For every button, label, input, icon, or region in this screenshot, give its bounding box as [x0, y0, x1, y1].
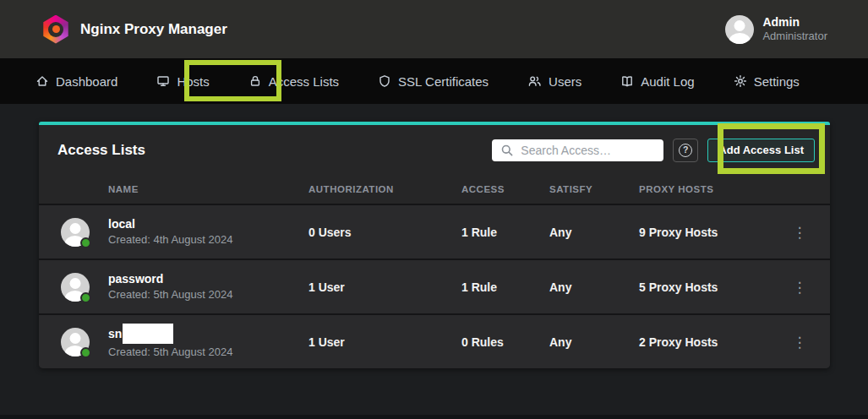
user-name: Admin [762, 15, 827, 30]
table-row: sn Created: 5th August 2024 1 User 0 Rul… [39, 313, 830, 368]
access-lists-panel: Access Lists ? Add Access List NAME AUTH… [39, 122, 830, 368]
row-menu-button[interactable]: ⋮ [789, 222, 810, 242]
proxy-hosts-value: 9 Proxy Hosts [639, 226, 789, 239]
user-avatar [725, 15, 754, 44]
table-row: password Created: 5th August 2024 1 User… [39, 258, 830, 313]
table-header: NAME AUTHORIZATION ACCESS SATISFY PROXY … [39, 175, 830, 204]
main-nav: Dashboard Hosts Access Lists SSL Certifi… [0, 58, 868, 104]
bottom-edge-strip [0, 415, 868, 419]
access-list-name: password [108, 271, 308, 286]
access-value: 1 Rule [461, 280, 549, 294]
created-date: Created: 5th August 2024 [108, 287, 308, 302]
status-dot [80, 292, 91, 303]
status-dot [80, 237, 91, 248]
created-date: Created: 5th August 2024 [108, 345, 308, 360]
authorization-value: 1 User [308, 335, 461, 349]
row-menu-button[interactable]: ⋮ [789, 332, 810, 352]
row-menu-button[interactable]: ⋮ [789, 277, 810, 297]
access-list-name: sn [108, 326, 122, 341]
app-title: Nginx Proxy Manager [80, 21, 227, 38]
home-icon [35, 74, 49, 88]
app-header: Nginx Proxy Manager Admin Administrator [0, 0, 868, 58]
search-box [492, 139, 663, 161]
proxy-hosts-value: 5 Proxy Hosts [639, 280, 789, 294]
search-input[interactable] [492, 139, 663, 161]
nav-item-audit-log[interactable]: Audit Log [620, 74, 694, 89]
user-role: Administrator [762, 30, 827, 43]
authorization-value: 1 User [308, 280, 461, 294]
access-value: 1 Rule [461, 226, 549, 239]
user-menu[interactable]: Admin Administrator [725, 15, 827, 44]
page-title: Access Lists [57, 142, 145, 159]
panel-header: Access Lists ? Add Access List [39, 125, 830, 175]
add-access-list-button[interactable]: Add Access List [707, 139, 815, 162]
satisfy-value: Any [549, 280, 639, 294]
access-list-name: local [108, 216, 308, 231]
app-logo-icon [42, 15, 69, 44]
satisfy-value: Any [549, 226, 639, 239]
lock-icon [248, 74, 262, 88]
access-list-avatar [61, 328, 90, 356]
redaction-box [123, 324, 173, 344]
table-row: local Created: 4th August 2024 0 Users 1… [39, 204, 830, 258]
access-list-avatar [61, 218, 90, 247]
authorization-value: 0 Users [308, 226, 461, 239]
column-access: ACCESS [461, 184, 549, 194]
nav-item-access-lists[interactable]: Access Lists [248, 74, 339, 89]
satisfy-value: Any [549, 335, 639, 349]
status-dot [80, 347, 91, 358]
help-button[interactable]: ? [673, 139, 698, 162]
monitor-icon [156, 74, 170, 88]
proxy-hosts-value: 2 Proxy Hosts [639, 335, 789, 349]
gear-icon [734, 74, 747, 88]
access-list-avatar [61, 273, 90, 302]
column-name: NAME [108, 184, 308, 194]
nav-item-ssl-certificates[interactable]: SSL Certificates [378, 74, 489, 89]
book-icon [620, 74, 634, 88]
nav-item-dashboard[interactable]: Dashboard [35, 74, 117, 89]
nav-item-hosts[interactable]: Hosts [156, 74, 209, 89]
column-proxy-hosts: PROXY HOSTS [639, 184, 789, 194]
access-value: 0 Rules [461, 335, 549, 349]
nav-item-users[interactable]: Users [527, 74, 581, 89]
column-satisfy: SATISFY [549, 184, 639, 194]
column-authorization: AUTHORIZATION [308, 184, 461, 194]
shield-icon [378, 74, 391, 88]
users-icon [527, 74, 542, 88]
panel-actions: ? Add Access List [492, 139, 815, 162]
nav-item-settings[interactable]: Settings [734, 74, 800, 89]
question-circle-icon: ? [679, 144, 692, 157]
created-date: Created: 4th August 2024 [108, 232, 308, 248]
